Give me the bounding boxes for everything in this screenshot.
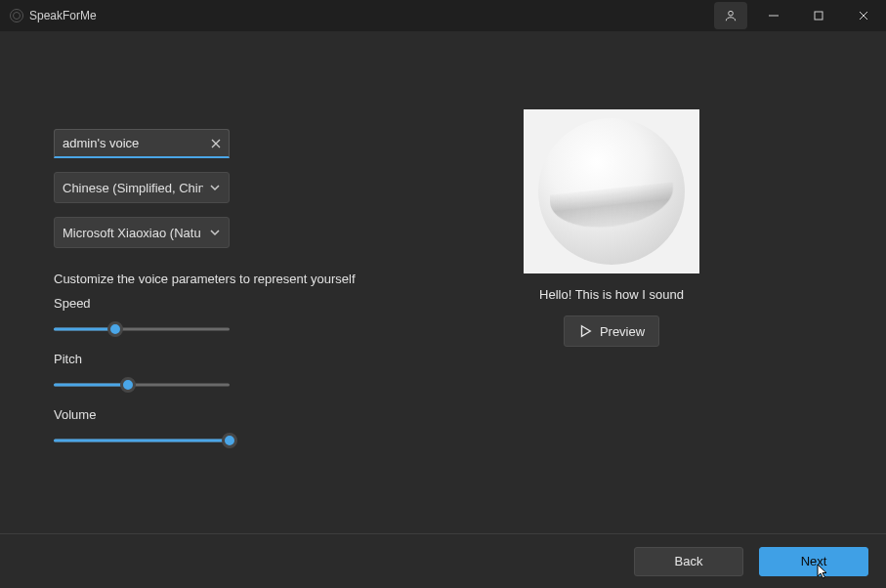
chevron-down-icon — [209, 227, 221, 238]
app-title: SpeakForMe — [29, 9, 97, 22]
speed-label: Speed — [54, 296, 386, 311]
app-window: SpeakForMe Chinese (Simplified, Chin — [0, 0, 886, 588]
pitch-label: Pitch — [54, 352, 386, 366]
user-account-button[interactable] — [714, 2, 747, 29]
language-dropdown[interactable]: Chinese (Simplified, Chin — [54, 172, 230, 203]
clear-icon — [211, 139, 221, 148]
user-icon — [724, 9, 738, 22]
preview-button[interactable]: Preview — [564, 315, 659, 347]
title-left: SpeakForMe — [10, 9, 97, 22]
preview-caption: Hello! This is how I sound — [539, 287, 684, 302]
voice-name-field-wrap — [54, 129, 230, 158]
slider-fill — [54, 384, 128, 387]
volume-slider[interactable] — [54, 432, 230, 449]
next-button-label: Next — [801, 554, 827, 568]
slider-thumb[interactable] — [222, 433, 237, 448]
content-area: Chinese (Simplified, Chin Microsoft Xiao… — [0, 31, 886, 533]
slider-fill — [54, 440, 230, 442]
speed-slider-group: Speed — [54, 296, 386, 338]
close-icon — [858, 10, 869, 21]
chevron-down-icon — [209, 182, 221, 193]
volume-label: Volume — [54, 407, 386, 422]
back-button-label: Back — [675, 554, 703, 568]
slider-thumb[interactable] — [107, 321, 123, 337]
voice-dropdown[interactable]: Microsoft Xiaoxiao (Natu — [54, 217, 230, 248]
next-button[interactable]: Next — [759, 547, 868, 576]
svg-rect-3 — [815, 12, 823, 20]
slider-fill — [54, 328, 115, 331]
minimize-icon — [768, 10, 780, 21]
close-button[interactable] — [841, 0, 886, 31]
volume-slider-group: Volume — [54, 407, 386, 449]
app-icon — [10, 9, 23, 22]
titlebar: SpeakForMe — [0, 0, 886, 31]
svg-point-0 — [14, 13, 21, 20]
footer-bar: Back Next — [0, 533, 886, 588]
maximize-icon — [813, 10, 824, 21]
preview-button-label: Preview — [600, 324, 645, 339]
maximize-button[interactable] — [796, 0, 841, 31]
right-column: Hello! This is how I sound Preview — [386, 70, 837, 524]
left-column: Chinese (Simplified, Chin Microsoft Xiao… — [54, 70, 386, 524]
voice-name-input[interactable] — [54, 129, 230, 158]
back-button[interactable]: Back — [634, 547, 743, 576]
sphere-graphic — [538, 118, 685, 265]
speed-slider[interactable] — [54, 320, 230, 338]
slider-thumb[interactable] — [120, 377, 136, 393]
pitch-slider-group: Pitch — [54, 352, 386, 394]
clear-input-button[interactable] — [206, 134, 226, 153]
play-icon — [578, 324, 592, 338]
pitch-slider[interactable] — [54, 376, 230, 394]
customize-hint: Customize the voice parameters to repres… — [54, 272, 386, 286]
voice-preview-image — [524, 109, 699, 273]
minimize-button[interactable] — [751, 0, 796, 31]
svg-point-1 — [729, 11, 734, 16]
svg-marker-8 — [581, 326, 590, 337]
language-dropdown-label: Chinese (Simplified, Chin — [63, 181, 203, 195]
voice-dropdown-label: Microsoft Xiaoxiao (Natu — [63, 226, 203, 240]
